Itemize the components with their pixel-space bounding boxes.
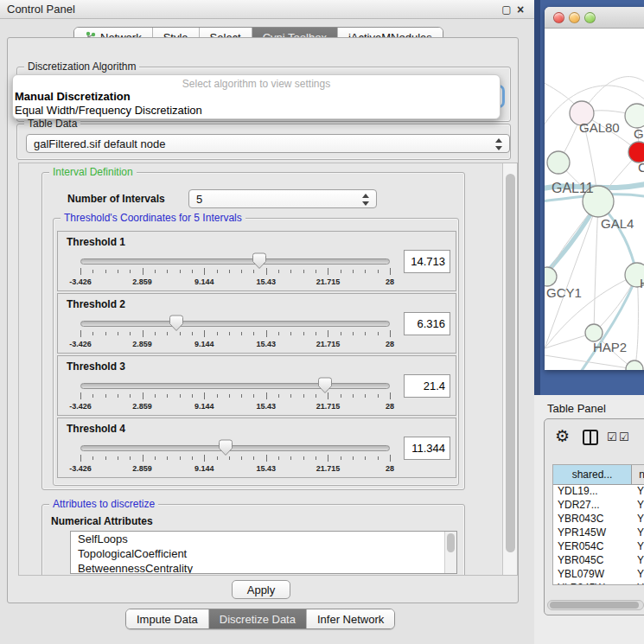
tick-mark <box>80 268 81 275</box>
threshold-slider[interactable]: -3.4262.8599.14415.4321.71528 <box>80 255 390 290</box>
tick-mark <box>278 394 279 398</box>
table-cell[interactable]: YBR045C <box>553 554 632 568</box>
threshold-row-3: Threshold 3-3.4262.8599.14415.4321.71528 <box>57 355 456 416</box>
table-row[interactable]: YPR145WYPR1 <box>553 526 644 540</box>
table-cell[interactable]: YDL19... <box>553 485 632 499</box>
network-edge[interactable] <box>579 275 637 370</box>
attribute-item-selfloops[interactable]: SelfLoops <box>71 532 456 546</box>
network-edge[interactable] <box>594 201 598 333</box>
table-cell[interactable]: YDL1 <box>632 485 644 499</box>
slider-thumb[interactable] <box>252 252 267 273</box>
float-icon[interactable]: ▢ <box>500 3 513 16</box>
network-node[interactable] <box>626 360 643 370</box>
split-columns-icon[interactable] <box>583 430 598 445</box>
attribute-item-betweennesscentrality[interactable]: BetweennessCentrality <box>71 561 456 574</box>
tick-mark <box>353 394 354 398</box>
table-cell[interactable]: YPR145W <box>553 526 632 540</box>
attributes-group-title: Attributes to discretize <box>49 498 158 511</box>
slider-thumb[interactable] <box>169 315 184 335</box>
slider-thumb[interactable] <box>218 439 233 460</box>
gear-icon[interactable]: ⚙ <box>555 426 570 447</box>
close-icon[interactable]: × <box>513 3 527 16</box>
table-row[interactable]: YBR043CYBR0 <box>553 513 644 526</box>
threshold-value-field[interactable] <box>404 437 450 460</box>
tick-mark <box>92 270 93 273</box>
threshold-label: Threshold 2 <box>67 298 125 310</box>
tick-mark <box>290 394 291 398</box>
tick-mark <box>92 394 93 398</box>
table-scrollbar-thumb[interactable] <box>550 602 639 609</box>
table-column-header-1[interactable]: shared... <box>553 465 632 485</box>
table-data-combo[interactable]: galFiltered.sif default node <box>26 134 510 153</box>
network-node[interactable] <box>625 104 644 128</box>
network-canvas[interactable]: GAL80G.CGAL11GAL4GCY1HHAP2 <box>545 29 644 370</box>
table-cell[interactable]: YBL0 <box>632 568 644 582</box>
network-node[interactable] <box>545 267 557 286</box>
table-cell[interactable]: YLR3 <box>632 582 644 585</box>
threshold-slider[interactable]: -3.4262.8599.14415.4321.71528 <box>80 379 390 414</box>
zoom-traffic-light[interactable] <box>584 12 596 23</box>
bottom-tab-bar: Impute DataDiscretize DataInfer Network <box>125 609 395 629</box>
table-cell[interactable]: YLR345W <box>553 582 632 585</box>
settings-vertical-scrollbar[interactable] <box>502 163 517 575</box>
checkbox-icon[interactable]: ☑ <box>619 430 629 443</box>
table-row[interactable]: YDL19...YDL1 <box>553 485 644 499</box>
table-horizontal-scrollbar[interactable] <box>547 600 644 610</box>
tick-mark <box>303 332 304 335</box>
tab-infer-network[interactable]: Infer Network <box>307 609 394 628</box>
algorithm-option-manual-discretization[interactable]: Manual Discretization <box>15 90 131 103</box>
tab-label: Infer Network <box>317 613 384 626</box>
table-cell[interactable]: YBR0 <box>632 513 644 526</box>
tick-mark <box>229 270 230 273</box>
tick-mark <box>80 330 81 337</box>
table-row[interactable]: YBR045CYBR0 <box>553 554 644 568</box>
tick-mark <box>266 330 267 337</box>
network-node[interactable] <box>585 324 603 341</box>
table-cell[interactable]: YBR0 <box>632 554 644 568</box>
table-row[interactable]: YLR345WYLR3 <box>553 582 644 585</box>
tick-label: 28 <box>386 464 394 473</box>
network-view-window: GAL80G.CGAL11GAL4GCY1HHAP2 <box>545 7 644 370</box>
table-column-header-2[interactable]: n <box>632 465 644 485</box>
table-cell[interactable]: YBR043C <box>553 513 632 526</box>
threshold-slider[interactable]: -3.4262.8599.14415.4321.71528 <box>80 317 390 352</box>
table-cell[interactable]: YDR27... <box>553 499 632 513</box>
network-node-label: GCY1 <box>546 285 582 300</box>
network-edge[interactable] <box>634 275 638 369</box>
table-cell[interactable]: YER0 <box>632 540 644 554</box>
number-of-intervals-combo[interactable]: 5 <box>188 189 377 208</box>
settings-scrollbar-thumb[interactable] <box>506 174 515 552</box>
tab-discretize-data[interactable]: Discretize Data <box>209 609 307 628</box>
numerical-attributes-list[interactable]: SelfLoopsTopologicalCoefficientBetweenne… <box>70 531 457 574</box>
table-cell[interactable]: YER054C <box>553 540 632 554</box>
table-cell[interactable]: YPR1 <box>632 526 644 540</box>
table-row[interactable]: YER054CYER0 <box>553 540 644 554</box>
algorithm-option-equal-width-frequency-discretization[interactable]: Equal Width/Frequency Discretization <box>15 104 202 117</box>
threshold-value-field[interactable] <box>404 250 450 273</box>
slider-thumb[interactable] <box>317 377 333 398</box>
slider-track[interactable] <box>80 445 390 451</box>
attribute-item-topologicalcoefficient[interactable]: TopologicalCoefficient <box>71 546 456 561</box>
threshold-value-field[interactable] <box>404 312 450 335</box>
table-row[interactable]: YBL079WYBL0 <box>553 568 644 582</box>
network-node-label: C <box>638 160 644 175</box>
network-node[interactable] <box>547 151 570 174</box>
slider-ticks <box>80 392 390 401</box>
threshold-slider[interactable]: -3.4262.8599.14415.4321.71528 <box>80 442 390 476</box>
slider-track[interactable] <box>80 258 390 265</box>
slider-track[interactable] <box>80 321 390 327</box>
table-cell[interactable]: YBL079W <box>553 568 632 582</box>
apply-button[interactable]: Apply <box>232 580 290 599</box>
interval-definition-title: Interval Definition <box>49 166 137 179</box>
checkbox-icon[interactable]: ☑ <box>607 430 617 443</box>
minimize-traffic-light[interactable] <box>569 12 580 23</box>
table-cell[interactable]: YDR2 <box>632 499 644 513</box>
attributes-scrollbar-thumb[interactable] <box>447 533 455 552</box>
tab-impute-data[interactable]: Impute Data <box>126 609 209 628</box>
close-traffic-light[interactable] <box>553 12 564 23</box>
table-row[interactable]: YDR27...YDR2 <box>553 499 644 513</box>
slider-track[interactable] <box>80 383 390 389</box>
tick-label: 9.144 <box>194 277 214 286</box>
threshold-value-field[interactable] <box>404 374 450 398</box>
attributes-list-scrollbar[interactable] <box>444 532 456 573</box>
